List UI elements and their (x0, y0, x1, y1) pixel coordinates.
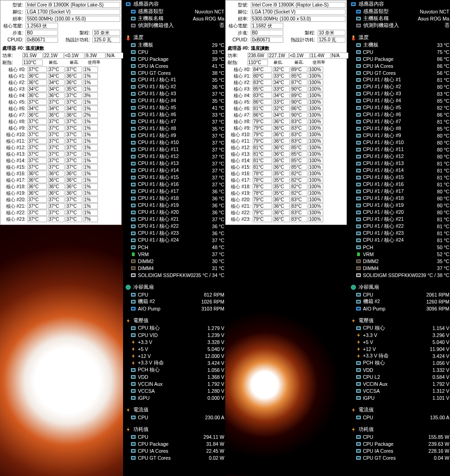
core-low[interactable] (48, 132, 65, 138)
core-low[interactable] (48, 66, 65, 73)
core-high[interactable] (291, 164, 307, 170)
core-low[interactable] (48, 190, 65, 196)
core-high[interactable] (291, 73, 307, 79)
core-high[interactable] (65, 197, 82, 203)
volt-row-3[interactable]: +12 V11.904 V (348, 345, 450, 352)
volt-row-7[interactable]: VDD1.368 V (123, 373, 225, 380)
core-high[interactable] (291, 125, 307, 131)
temp-row-2[interactable]: CPU Package86 °C (348, 55, 450, 62)
core-temp[interactable] (253, 138, 272, 144)
core-high[interactable] (65, 119, 82, 125)
temp-row-22[interactable]: CPU #1 / 核心 #1836 °C (123, 195, 225, 202)
sensor-type-row[interactable]: 感應器類型Nuvoton NCT (123, 8, 225, 15)
volt-row-8[interactable]: VCCIN Aux1.792 V (348, 380, 450, 387)
tdp-value[interactable] (92, 37, 120, 43)
temp-row-25[interactable]: CPU #1 / 核心 #2181 °C (348, 216, 450, 223)
volt-row-9[interactable]: VCCSA1.280 V (123, 387, 225, 394)
volt-row-7[interactable]: CPU L20.584 V (348, 373, 450, 380)
core-usage[interactable] (308, 132, 323, 138)
core-temp[interactable] (27, 86, 47, 92)
temp-row-16[interactable]: CPU #1 / 核心 #1280 °C (348, 153, 450, 160)
core-usage[interactable] (83, 197, 98, 203)
fan-row-0[interactable]: CPU812 RPM (123, 291, 225, 298)
core-high[interactable] (65, 132, 82, 138)
temp-row-12[interactable]: CPU #1 / 核心 #885 °C (348, 125, 450, 132)
core-high[interactable] (291, 158, 307, 164)
core-high[interactable] (65, 177, 82, 183)
temp-row-28[interactable]: CPU #1 / 核心 #2437 °C (123, 237, 225, 244)
core-low[interactable] (273, 79, 290, 86)
temp-row-13[interactable]: CPU #1 / 核心 #937 °C (123, 132, 225, 139)
core-high[interactable] (65, 112, 82, 118)
core-low[interactable] (273, 210, 290, 216)
temp-row-19[interactable]: CPU #1 / 核心 #1537 °C (123, 174, 225, 181)
temp-row-3[interactable]: CPU IA Cores41 °C (123, 62, 225, 69)
core-usage[interactable] (83, 132, 98, 138)
core-low[interactable] (48, 112, 65, 118)
core-low[interactable] (273, 99, 290, 105)
volt-row-4[interactable]: +3.3 V 待命3.424 V (348, 352, 450, 359)
temp-row-0[interactable]: 主機板29 °C (123, 41, 225, 48)
temp-row-1[interactable]: CPU75 °C (348, 48, 450, 55)
core-temp[interactable] (253, 79, 272, 86)
core-low[interactable] (48, 79, 65, 86)
core-low[interactable] (48, 145, 65, 151)
core-usage[interactable] (83, 66, 98, 73)
core-high[interactable] (65, 145, 82, 151)
temp-row-4[interactable]: CPU GT Cores56 °C (348, 69, 450, 76)
core-temp[interactable] (27, 79, 47, 86)
core-temp[interactable] (253, 93, 272, 99)
temp-row-21[interactable]: CPU #1 / 核心 #1780 °C (348, 188, 450, 195)
core-low[interactable] (48, 164, 65, 170)
core-high[interactable] (65, 106, 82, 112)
core-high[interactable] (65, 158, 82, 164)
core-high[interactable] (65, 171, 82, 177)
core-temp[interactable] (27, 125, 47, 131)
volt-row-2[interactable]: +3.3 V3.328 V (123, 338, 225, 345)
fan-row-0[interactable]: CPU2061 RPM (348, 291, 450, 298)
power-0[interactable] (22, 53, 43, 59)
pow-row-3[interactable]: CPU GT Cores0.02 W (123, 454, 225, 461)
temp-row-19[interactable]: CPU #1 / 核心 #1581 °C (348, 174, 450, 181)
freq-value[interactable] (26, 16, 120, 22)
volt-row-0[interactable]: CPU 核心1.279 V (123, 324, 225, 331)
model-value[interactable] (26, 2, 120, 8)
core-usage[interactable] (83, 119, 98, 125)
core-usage[interactable] (308, 73, 323, 79)
fan-row-1[interactable]: 機箱 #21026 RPM (123, 298, 225, 305)
core-usage[interactable] (308, 177, 323, 183)
sensor-type-row[interactable]: 感應器類型Nuvoton NCT (348, 8, 450, 15)
core-high[interactable] (291, 112, 307, 118)
temp-row-11[interactable]: CPU #1 / 核心 #737 °C (123, 118, 225, 125)
core-high[interactable] (291, 197, 307, 203)
core-usage[interactable] (308, 125, 323, 131)
core-usage[interactable] (308, 203, 323, 209)
socket-value[interactable] (251, 9, 346, 15)
core-usage[interactable] (83, 145, 98, 151)
core-temp[interactable] (253, 99, 272, 105)
core-low[interactable] (273, 93, 290, 99)
core-usage[interactable] (83, 184, 98, 190)
temp-row-0[interactable]: 主機板33 °C (348, 41, 450, 48)
fan-row-1[interactable]: 機箱 #21260 RPM (348, 298, 450, 305)
core-temp[interactable] (27, 93, 47, 99)
core-low[interactable] (48, 210, 65, 216)
core-temp[interactable] (253, 184, 272, 190)
temp-row-32[interactable]: DIMM437 °C (348, 264, 450, 271)
core-usage[interactable] (308, 119, 323, 125)
temp-row-7[interactable]: CPU #1 / 核心 #383 °C (348, 90, 450, 97)
temp-row-20[interactable]: CPU #1 / 核心 #1637 °C (123, 181, 225, 188)
core-usage[interactable] (308, 158, 323, 164)
core-temp[interactable] (27, 145, 47, 151)
core-high[interactable] (291, 93, 307, 99)
temp-row-9[interactable]: CPU #1 / 核心 #582 °C (348, 104, 450, 111)
core-high[interactable] (65, 210, 82, 216)
core-low[interactable] (273, 86, 290, 92)
pow-row-1[interactable]: CPU Package31.84 W (123, 440, 225, 447)
core-usage[interactable] (308, 93, 323, 99)
core-usage[interactable] (83, 203, 98, 209)
temp-row-9[interactable]: CPU #1 / 核心 #541 °C (123, 104, 225, 111)
core-usage[interactable] (83, 112, 98, 118)
core-low[interactable] (273, 177, 290, 183)
core-low[interactable] (273, 190, 290, 196)
